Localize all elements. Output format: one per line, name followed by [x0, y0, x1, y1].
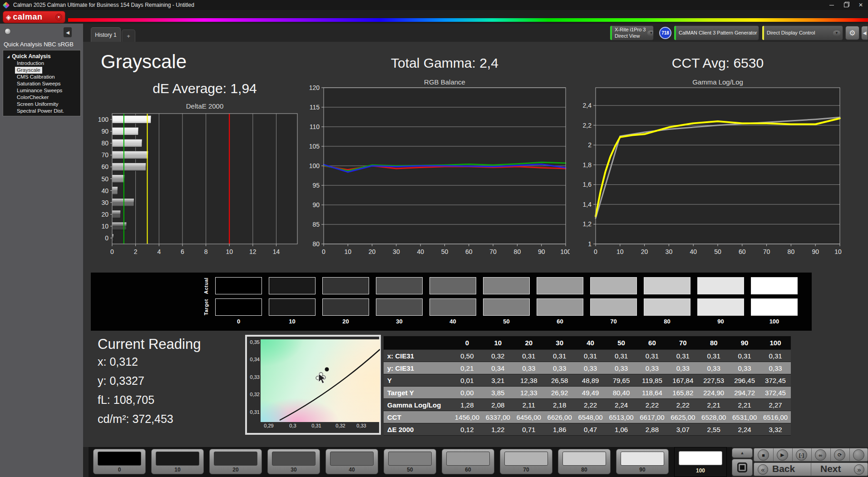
svg-text:110: 110 [310, 123, 320, 130]
table-value-cell: 1,06 [606, 423, 637, 436]
table-value-cell: 0,00 [452, 387, 483, 399]
table-value-cell: 0,31 [606, 350, 637, 362]
workflow-bullet-icon[interactable] [5, 28, 11, 35]
level-button-60[interactable]: 60 [442, 449, 494, 474]
level-swatch [621, 452, 664, 466]
level-button-40[interactable]: 40 [326, 449, 378, 474]
cie-x-tick: 0,3 [284, 423, 302, 428]
pattern-generator-dropdown[interactable]: CalMAN Client 3 Pattern Generator ▼ [674, 25, 759, 40]
level-button-100[interactable]: 100 [674, 447, 727, 477]
svg-text:100: 100 [309, 162, 320, 169]
navigation-band: « Back Next » [754, 462, 868, 476]
level-label: 60 [442, 467, 494, 473]
table-value-cell: 0,33 [606, 362, 637, 374]
table-value-cell: 0,31 [667, 350, 698, 362]
table-header-cell: 50 [606, 336, 637, 350]
svg-text:95: 95 [312, 182, 320, 189]
pattern-window-button[interactable]: [·] [796, 449, 807, 461]
back-button[interactable]: Back [772, 463, 795, 474]
level-swatch [504, 452, 548, 466]
level-swatch [330, 452, 374, 466]
svg-text:20: 20 [101, 211, 108, 218]
level-button-70[interactable]: 70 [500, 449, 552, 474]
table-row-label: ΔE 2000 [384, 423, 452, 436]
level-label: 50 [384, 467, 436, 473]
reading-y: y: 0,3327 [98, 374, 144, 388]
sidebar-item-screen-uniformity[interactable]: Screen Uniformity [3, 101, 80, 108]
table-corner-cell [384, 336, 452, 350]
sidebar-item-spectral-power-dist[interactable]: Spectral Power Dist. [3, 108, 80, 114]
play-button[interactable]: ▶ [777, 449, 788, 461]
tree-expand-icon[interactable]: ◢ [7, 55, 10, 59]
settings-gear-button[interactable]: ⚙ [845, 26, 859, 40]
svg-text:30: 30 [101, 199, 108, 206]
reading-x: x: 0,312 [98, 355, 138, 368]
svg-text:60: 60 [739, 248, 746, 255]
add-tab-button[interactable]: + [122, 30, 135, 42]
next-chevron-icon[interactable]: » [854, 464, 864, 475]
svg-text:90: 90 [538, 248, 545, 255]
table-value-cell: 3,07 [667, 423, 698, 436]
back-chevron-icon[interactable]: « [758, 464, 768, 475]
level-button-50[interactable]: 50 [384, 449, 436, 474]
sidebar-item-introduction[interactable]: Introduction [3, 60, 80, 67]
target-swatch-50 [483, 298, 530, 316]
restore-button[interactable] [839, 0, 853, 10]
level-button-80[interactable]: 80 [558, 449, 611, 474]
table-value-cell: 6528,00 [698, 411, 729, 423]
level-button-20[interactable]: 20 [209, 449, 262, 474]
table-value-cell: 0,31 [513, 350, 544, 362]
close-button[interactable] [853, 0, 868, 10]
sidebar-item-grayscale[interactable]: Grayscale [15, 67, 42, 74]
level-button-0[interactable]: 0 [93, 449, 146, 474]
table-row-label: Target Y [384, 387, 452, 399]
table-value-cell: 2,88 [636, 423, 667, 436]
level-label: 0 [94, 467, 145, 473]
tree-root-quick-analysis[interactable]: ◢ Quick Analysis [3, 53, 80, 60]
panel-collapse-button[interactable]: ◀ [861, 26, 868, 40]
table-value-cell: 12,33 [513, 387, 544, 399]
svg-text:70: 70 [489, 248, 497, 255]
svg-text:1: 1 [588, 240, 592, 248]
logo-menu-caret-icon[interactable]: ▼ [55, 14, 62, 20]
calman-logo-button[interactable]: ◈ calman ▼ [3, 11, 65, 23]
table-value-cell: 2,22 [667, 399, 698, 411]
stop-button[interactable]: ■ [758, 449, 769, 461]
svg-text:60: 60 [101, 163, 108, 170]
level-button-30[interactable]: 30 [267, 449, 320, 474]
window-pattern-button[interactable] [732, 459, 753, 476]
table-value-cell: 12,38 [513, 374, 544, 387]
svg-text:50: 50 [101, 175, 108, 183]
infinity-button[interactable]: ∞ [815, 449, 826, 461]
cie-gamut-plot [261, 339, 380, 422]
level-swatch [388, 452, 432, 466]
meter-dropdown[interactable]: X-Rite i1Pro 3Direct View ▼ [610, 25, 654, 40]
chevron-down-icon: ▼ [833, 30, 840, 36]
cie-y-tick: 0,35 [242, 339, 260, 345]
refresh-button[interactable]: ⟳ [834, 449, 845, 461]
display-control-dropdown[interactable]: Direct Display Control ▼ [762, 25, 843, 40]
table-value-cell: 0,31 [575, 350, 606, 362]
sidebar-collapse-button[interactable]: ◀ [64, 27, 72, 37]
level-button-90[interactable]: 90 [616, 449, 669, 474]
table-value-cell: 2,55 [698, 423, 729, 436]
level-up-button[interactable]: ▲ [732, 448, 753, 458]
sidebar-item-saturation-sweeps[interactable]: Saturation Sweeps [3, 80, 80, 87]
cct-avg-heading: CCT Avg: 6530 [596, 55, 840, 71]
next-button[interactable]: Next [820, 463, 841, 474]
svg-text:20: 20 [369, 248, 376, 255]
transport-divider [811, 448, 812, 461]
svg-text:70: 70 [101, 151, 108, 159]
strip-row-label-actual: Actual [202, 277, 210, 294]
svg-text:60: 60 [465, 248, 473, 255]
cie-x-tick: 0,31 [307, 423, 326, 428]
sidebar-item-colorchecker[interactable]: ColorChecker [3, 94, 80, 101]
sidebar-item-luminance-sweeps[interactable]: Luminance Sweeps [3, 87, 80, 94]
minimize-button[interactable] [824, 0, 839, 10]
level-button-10[interactable]: 10 [151, 449, 204, 474]
strip-level-label: 0 [215, 318, 262, 325]
svg-text:40: 40 [417, 248, 424, 255]
sidebar-item-cms-calibration[interactable]: CMS Calibration [3, 74, 80, 80]
table-value-cell: 118,64 [636, 387, 667, 399]
tab-history-1[interactable]: History 1 [91, 27, 121, 42]
